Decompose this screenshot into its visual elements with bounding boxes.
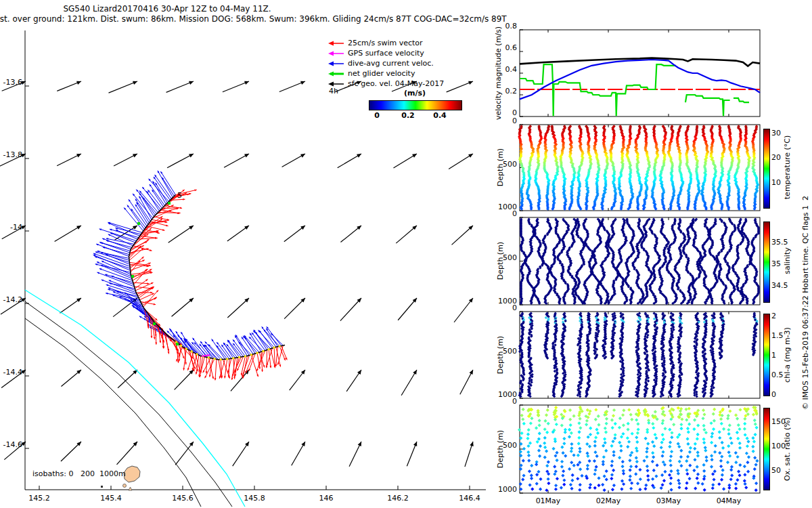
isobaths-label: isobaths: 0 200 1000m (32, 469, 126, 478)
map-lon-tick: 145.2 (28, 494, 50, 503)
legend-item-label: dive-avg current veloc. (348, 59, 434, 68)
legend-item-3: net glider velocity (328, 68, 444, 79)
oxsat-cbar-tick: 100 (771, 442, 786, 450)
chla-cbar-tick: 0.5 (771, 371, 784, 379)
geostrophic-arrow-grid (0, 81, 474, 467)
chla-cbar-tick: 0 (771, 390, 776, 399)
oxsat-ytick: 500 (503, 441, 517, 450)
legend-item-label: net glider velocity (348, 69, 415, 78)
oxsat-ytick: 0 (512, 397, 517, 406)
map-lon-tick: 146.4 (459, 494, 480, 503)
legend-arrow-icon (328, 70, 345, 77)
chla-colorbar (763, 314, 770, 396)
velocity-ytick: 0.8 (505, 22, 518, 30)
oxsat-scatter (518, 406, 759, 492)
velocity-ytick: 0.6 (505, 43, 518, 52)
chla-cbar-tick: 2 (771, 312, 776, 320)
legend-item-0: 25cm/s swim vector (328, 38, 444, 48)
velocity-ytick: 0.2 (505, 87, 518, 96)
chla-ytick: 500 (503, 347, 517, 356)
salinity-ytick: 500 (503, 253, 517, 261)
salinity-colorbar (763, 221, 770, 303)
date-tick-label: 04May (717, 496, 742, 505)
dive-number-label: 5 (177, 191, 182, 200)
chla-cbar-label: chl-a (mg m-3) (783, 327, 792, 383)
temperature-cbar-tick: 20 (771, 153, 781, 162)
salinity-cbar-tick: 35 (771, 259, 781, 268)
velocity-ylabel: velocity magnitude (m/s) (494, 26, 503, 120)
map-lat-tick: -14.2 (3, 295, 22, 304)
map-lat-tick: -13.8 (3, 150, 22, 159)
oxsat-ytick: 1000 (498, 485, 517, 494)
date-tick-label: 02May (596, 496, 621, 505)
legend-item-label: 25cm/s swim vector (348, 39, 423, 47)
legend-item-label: GPS surface velocity (348, 49, 424, 58)
figure-root: SG540 Lizard20170416 30-Apr 12Z to 04-Ma… (0, 0, 812, 508)
speed-cbar-tick-02: 0.2 (401, 111, 415, 120)
map-lon-tick: 146 (319, 494, 334, 503)
salinity-cbar-tick: 34.5 (771, 281, 788, 290)
imos-watermark: © IMOS 15-Feb-2019 06:37:22 Hobart time.… (801, 196, 810, 410)
salinity-scatter (520, 217, 760, 305)
oxsat-cbar-tick: 150 (771, 417, 786, 426)
map-vector-legend: 25cm/s swim vectorGPS surface velocitydi… (328, 38, 444, 89)
temperature-ytick: 500 (503, 159, 517, 168)
map-lon-tick: 146.2 (387, 494, 409, 503)
legend-arrow-icon (328, 60, 345, 67)
salinity-cbar-tick: 35.5 (771, 238, 788, 247)
date-tick-label: 03May (656, 496, 681, 505)
chla-ytick: 0 (512, 303, 517, 312)
oxsat-colorbar (763, 408, 770, 490)
temperature-cbar-tick: 10 (771, 178, 781, 187)
chla-scatter (518, 312, 759, 398)
temperature-colorbar (763, 129, 770, 209)
speed-cbar-tick-04: 0.4 (433, 111, 447, 120)
temperature-ytick: 0 (512, 117, 517, 125)
legend-colorbar-title: (m/s) (404, 89, 426, 98)
legend-duration-label: 4h (329, 87, 338, 96)
legend-item-label: sfc geo. vel. 04-May-2017 (348, 79, 444, 88)
temperature-cbar-tick: 30 (771, 129, 781, 137)
map-lon-tick: 145.8 (244, 494, 265, 503)
glider-track (129, 195, 286, 361)
salinity-cbar-label: salinity (783, 247, 792, 274)
velocity-ytick: 0.4 (505, 65, 518, 74)
chla-cbar-tick: 1 (771, 351, 776, 360)
date-tick-label: 01May (536, 496, 561, 505)
page-title: SG540 Lizard20170416 30-Apr 12Z to 04-Ma… (63, 4, 271, 14)
map-lon-tick: 145.6 (172, 494, 194, 503)
oxsat-cbar-tick: 50 (771, 466, 781, 475)
map-lat-tick: -14.6 (3, 440, 22, 449)
map-axes (25, 30, 486, 490)
speed-cbar-tick-0: 0 (374, 111, 380, 120)
map-lat-tick: -13.6 (3, 78, 22, 87)
velocity-panel (520, 30, 760, 117)
legend-arrow-icon (328, 50, 345, 57)
speed-colorbar (369, 100, 462, 110)
chla-cbar-tick: 1.5 (771, 331, 784, 340)
legend-item-2: dive-avg current veloc. (328, 58, 444, 68)
salinity-ytick: 0 (512, 209, 517, 218)
temperature-scatter (518, 125, 759, 211)
map-lon-tick: 145.4 (100, 494, 122, 503)
temperature-cbar-label: temperature (°C) (783, 135, 792, 199)
map-lat-tick: -14.4 (3, 368, 22, 377)
temperature-panel (520, 125, 760, 211)
legend-item-1: GPS surface velocity (328, 48, 444, 58)
map-lat-tick: -14 (10, 223, 22, 232)
legend-arrow-icon (328, 40, 345, 47)
legend-arrow-icon (328, 81, 345, 87)
dive-avg-current-vectors (93, 171, 284, 360)
mission-subtitle: Dist. over ground: 121km. Dist. swum: 86… (0, 14, 507, 24)
legend-item-4: sfc geo. vel. 04-May-2017 (328, 79, 444, 89)
